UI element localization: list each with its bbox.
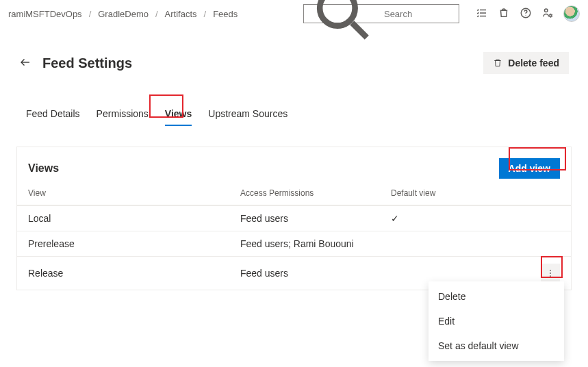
page-title: Feed Settings bbox=[42, 55, 132, 71]
more-vertical-icon bbox=[546, 268, 555, 278]
breadcrumb-sep: / bbox=[201, 9, 209, 19]
view-perm: Feed users bbox=[240, 268, 391, 279]
tab-views[interactable]: Views bbox=[164, 105, 193, 122]
view-name: Local bbox=[28, 213, 240, 224]
marketplace-icon[interactable] bbox=[498, 7, 510, 21]
delete-feed-label: Delete feed bbox=[508, 58, 559, 68]
svg-point-10 bbox=[550, 270, 551, 271]
breadcrumb-sep: / bbox=[86, 9, 94, 19]
back-button[interactable] bbox=[19, 56, 31, 71]
col-access: Access Permissions bbox=[240, 188, 391, 198]
settings-icon[interactable] bbox=[541, 7, 554, 21]
svg-point-0 bbox=[320, 0, 355, 25]
view-perm: Feed users; Rami Bououni bbox=[240, 238, 391, 249]
check-icon: ✓ bbox=[391, 213, 514, 224]
svg-point-11 bbox=[550, 273, 551, 274]
task-list-icon[interactable] bbox=[476, 7, 488, 21]
view-name: Prerelease bbox=[28, 238, 240, 249]
breadcrumb-area[interactable]: Artifacts bbox=[165, 9, 197, 19]
svg-point-6 bbox=[525, 15, 526, 16]
svg-point-7 bbox=[545, 9, 548, 12]
delete-feed-button[interactable]: Delete feed bbox=[483, 52, 569, 74]
avatar[interactable] bbox=[563, 5, 580, 22]
view-name: Release bbox=[28, 268, 240, 279]
table-row[interactable]: Prerelease Feed users; Rami Bououni bbox=[17, 231, 571, 256]
breadcrumbs: ramiMSFTDevOps/ GradleDemo/ Artifacts/ F… bbox=[8, 9, 238, 19]
views-card-header: Views Add view bbox=[17, 147, 571, 181]
views-card-title: Views bbox=[28, 162, 59, 175]
add-view-button[interactable]: Add view bbox=[499, 158, 560, 179]
menu-item-default[interactable]: Set as default view bbox=[429, 333, 564, 358]
tab-feed-details[interactable]: Feed Details bbox=[25, 105, 81, 122]
svg-line-1 bbox=[352, 23, 366, 37]
top-icons bbox=[476, 5, 580, 22]
views-card: Views Add view View Access Permissions D… bbox=[16, 147, 572, 290]
tab-upstream-sources[interactable]: Upstream Sources bbox=[207, 105, 289, 122]
top-bar: ramiMSFTDevOps/ GradleDemo/ Artifacts/ F… bbox=[0, 0, 588, 27]
trash-icon bbox=[493, 58, 502, 68]
view-perm: Feed users bbox=[240, 213, 391, 224]
search-box[interactable] bbox=[303, 4, 459, 23]
row-context-menu: Delete Edit Set as default view bbox=[429, 281, 564, 361]
views-grid-header: View Access Permissions Default view bbox=[17, 181, 571, 205]
svg-point-8 bbox=[550, 14, 552, 16]
breadcrumb-sep: / bbox=[153, 9, 161, 19]
help-icon[interactable] bbox=[520, 7, 532, 21]
page-header: Feed Settings Delete feed bbox=[0, 52, 588, 74]
search-icon bbox=[308, 0, 379, 49]
menu-item-edit[interactable]: Edit bbox=[429, 309, 564, 333]
table-row[interactable]: Local Feed users ✓ bbox=[17, 205, 571, 231]
breadcrumb-project[interactable]: GradleDemo bbox=[98, 9, 149, 19]
breadcrumb-page[interactable]: Feeds bbox=[213, 9, 238, 19]
menu-item-delete[interactable]: Delete bbox=[429, 284, 564, 309]
tab-permissions[interactable]: Permissions bbox=[95, 105, 150, 122]
breadcrumb-org[interactable]: ramiMSFTDevOps bbox=[8, 9, 82, 19]
col-view: View bbox=[28, 188, 240, 198]
tabs: Feed Details Permissions Views Upstream … bbox=[0, 105, 588, 122]
row-more-button[interactable] bbox=[541, 264, 560, 283]
col-default: Default view bbox=[391, 188, 514, 198]
search-input[interactable] bbox=[383, 8, 455, 20]
svg-point-12 bbox=[550, 275, 551, 277]
